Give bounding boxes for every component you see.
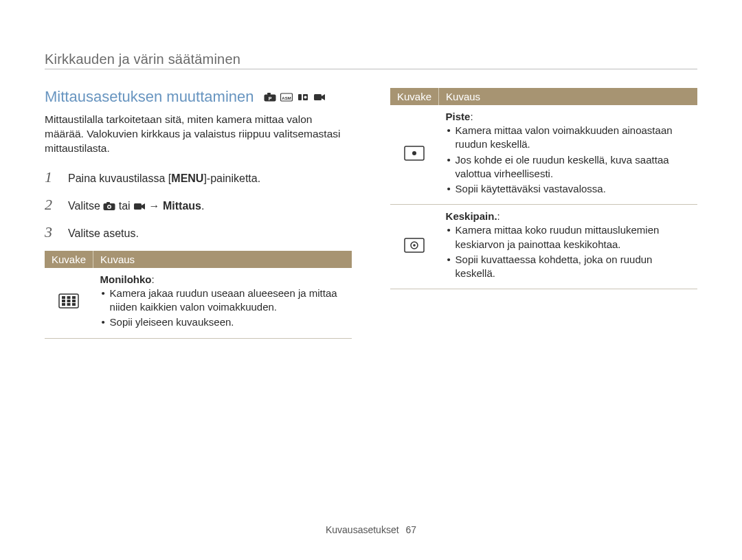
menu-keyword: MENU (171, 172, 203, 184)
svg-text:P: P (268, 96, 271, 101)
row-bullet: Jos kohde ei ole ruudun keskellä, kuva s… (446, 153, 690, 181)
video-mode-icon (313, 92, 326, 102)
table-header-icon: Kuvake (45, 251, 93, 268)
right-table: Kuvake Kuvaus Piste Kamera mittaa valon … (390, 88, 697, 289)
svg-rect-22 (67, 303, 71, 306)
step-number: 3 (45, 223, 57, 241)
svg-rect-23 (72, 303, 76, 306)
dual-mode-icon (297, 92, 309, 102)
asm-mode-icon: ASM (280, 92, 293, 102)
table-cell-desc: Keskipain. Kamera mittaa koko ruudun mit… (439, 205, 697, 289)
row-title: Piste (446, 111, 690, 122)
table-row: Piste Kamera mittaa valon voimakkuuden a… (390, 105, 697, 205)
step-text-part: Valitse (68, 200, 103, 212)
header-divider (45, 69, 697, 69)
step-text: Valitse asetus. (68, 226, 139, 241)
svg-rect-17 (72, 296, 76, 299)
svg-rect-16 (67, 296, 71, 299)
table-cell-desc: Monilohko Kamera jakaa ruudun useaan alu… (93, 268, 352, 338)
row-bullet: Kamera mittaa valon voimakkuuden ainoast… (446, 124, 690, 152)
left-column: Mittausasetuksen muuttaminen P ASM Mitta… (45, 88, 352, 339)
step-text-part: → (149, 200, 163, 212)
table-header-icon: Kuvake (390, 88, 439, 105)
row-bullet: Kamera mittaa koko ruudun mittauslukemie… (446, 223, 690, 251)
table-row: Monilohko Kamera jakaa ruudun useaan alu… (45, 268, 352, 338)
step-text-part: tai (119, 200, 133, 212)
svg-rect-20 (72, 300, 76, 302)
svg-point-25 (412, 151, 416, 155)
section-title: Mittausasetuksen muuttaminen (45, 88, 254, 106)
right-column: Kuvake Kuvaus Piste Kamera mittaa valon … (390, 88, 697, 339)
step-number: 2 (45, 196, 57, 214)
row-bullet: Sopii kuvattaessa kohdetta, joka on ruud… (446, 253, 690, 281)
svg-point-12 (109, 205, 111, 208)
footer-section: Kuvausasetukset (326, 524, 399, 535)
step-text-after: ]-painiketta. (203, 172, 260, 184)
row-title: Keskipain. (446, 210, 690, 222)
svg-rect-8 (314, 94, 322, 100)
page-footer: Kuvausasetukset 67 (0, 524, 742, 535)
footer-page-number: 67 (405, 524, 416, 535)
table-header-desc: Kuvaus (439, 88, 697, 105)
steps-list: 1 Paina kuvaustilassa [MENU]-painiketta.… (45, 168, 352, 241)
svg-rect-19 (67, 300, 71, 302)
svg-rect-10 (106, 202, 110, 204)
svg-rect-15 (62, 296, 65, 299)
step-1: 1 Paina kuvaustilassa [MENU]-painiketta. (45, 168, 352, 186)
step-3: 3 Valitse asetus. (45, 223, 352, 241)
step-text-before: Paina kuvaustilassa [ (68, 172, 171, 184)
step-text: Valitse tai → Mittaus. (68, 199, 204, 214)
camera-p-mode-icon: P (264, 92, 276, 102)
svg-rect-5 (298, 94, 302, 100)
svg-point-28 (413, 244, 416, 247)
row-bullet: Sopii yleiseen kuvaukseen. (100, 315, 345, 329)
row-bullet: Kamera jakaa ruudun useaan alueeseen ja … (100, 287, 345, 315)
page-breadcrumb: Kirkkauden ja värin säätäminen (45, 52, 742, 67)
svg-text:ASM: ASM (282, 96, 291, 100)
svg-rect-13 (134, 203, 142, 210)
spot-metering-icon (390, 105, 439, 205)
video-icon (133, 201, 146, 211)
step-number: 1 (45, 168, 57, 186)
table-header-desc: Kuvaus (93, 251, 352, 268)
table-row: Keskipain. Kamera mittaa koko ruudun mit… (390, 205, 697, 289)
svg-point-7 (304, 96, 306, 99)
row-title: Monilohko (100, 273, 345, 285)
step-text: Paina kuvaustilassa [MENU]-painiketta. (68, 171, 260, 186)
intro-text: Mittaustilalla tarkoitetaan sitä, miten … (45, 113, 352, 156)
table-cell-desc: Piste Kamera mittaa valon voimakkuuden a… (439, 105, 697, 205)
svg-rect-18 (62, 300, 65, 302)
camera-icon (103, 201, 115, 211)
left-table: Kuvake Kuvaus Monilohko Kamera jakaa ruu… (45, 251, 352, 339)
step-2: 2 Valitse tai → Mittaus. (45, 196, 352, 214)
step-text-part: . (201, 200, 204, 212)
center-weighted-metering-icon (390, 205, 439, 289)
mittaus-keyword: Mittaus (163, 200, 201, 212)
svg-rect-1 (267, 93, 271, 95)
row-bullet: Sopii käytettäväksi vastavalossa. (446, 182, 690, 196)
multi-zone-metering-icon (45, 268, 93, 338)
svg-rect-21 (62, 303, 65, 306)
mode-icons: P ASM (264, 92, 326, 102)
section-title-row: Mittausasetuksen muuttaminen P ASM (45, 88, 352, 106)
